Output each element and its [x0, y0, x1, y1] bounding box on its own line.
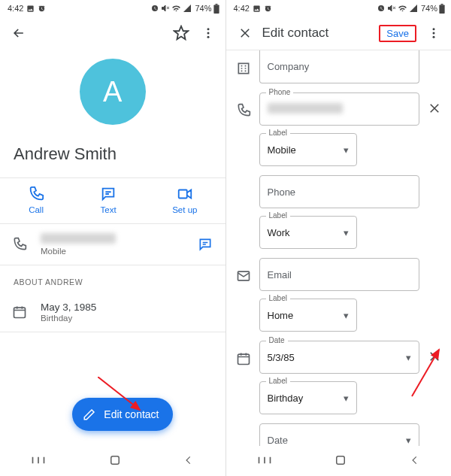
page-title: Edit contact: [262, 26, 372, 41]
save-button[interactable]: Save: [379, 25, 416, 42]
date-input-2[interactable]: Date ▾: [259, 423, 420, 446]
status-bar: 4:42 74%: [226, 0, 452, 17]
email-input[interactable]: Email: [259, 258, 420, 291]
date-label-dropdown-1[interactable]: Label Birthday ▾: [259, 381, 357, 414]
avatar-letter: A: [103, 76, 122, 108]
phone-input-1[interactable]: Phone: [259, 92, 420, 126]
chevron-left-icon: [183, 454, 194, 466]
avatar-section: A: [0, 50, 226, 137]
svg-rect-10: [441, 4, 443, 5]
chevron-down-icon: ▾: [344, 144, 349, 156]
more-button[interactable]: [198, 23, 218, 43]
svg-point-11: [433, 28, 435, 30]
message-icon: [198, 237, 213, 252]
phone-input-2[interactable]: Phone: [259, 175, 420, 208]
more-vert-icon: [201, 26, 215, 40]
chevron-down-icon: ▾: [344, 310, 349, 321]
date-float: Date: [266, 336, 288, 344]
svg-point-13: [433, 36, 435, 38]
svg-rect-8: [111, 456, 120, 464]
text-shortcut[interactable]: [195, 237, 215, 252]
contact-topbar: [0, 17, 226, 50]
date-placeholder-2: Date: [268, 435, 288, 446]
battery-icon: [439, 4, 445, 14]
birthday-date: May 3, 1985: [41, 302, 215, 313]
back-button-nav[interactable]: [410, 454, 420, 468]
birthday-row[interactable]: May 3, 1985 Birthday: [0, 293, 226, 332]
label-float: Label: [266, 294, 290, 302]
more-button[interactable]: [424, 23, 443, 43]
company-input[interactable]: Company: [259, 50, 420, 83]
remove-phone-1[interactable]: [425, 92, 443, 115]
label-float: Label: [266, 211, 290, 220]
close-button[interactable]: [235, 23, 255, 43]
chevron-left-icon: [410, 454, 420, 466]
wifi-icon: [171, 4, 181, 14]
message-icon: [100, 186, 117, 202]
star-icon: [173, 25, 189, 41]
email-placeholder: Email: [268, 269, 292, 280]
svg-rect-0: [213, 5, 219, 14]
image-icon: [26, 5, 35, 13]
svg-point-12: [433, 32, 435, 35]
chevron-down-icon: ▾: [344, 227, 349, 238]
call-action[interactable]: Call: [28, 186, 44, 214]
email-label-dropdown[interactable]: Label Home ▾: [259, 299, 357, 332]
home-button[interactable]: [108, 453, 122, 469]
close-icon: [428, 350, 441, 363]
favorite-button[interactable]: [171, 23, 191, 43]
call-label: Call: [29, 205, 44, 214]
phone-icon: [12, 237, 27, 252]
phone-label-value-2: Work: [268, 227, 290, 238]
close-icon: [238, 26, 252, 40]
phone-placeholder-2: Phone: [268, 186, 296, 198]
alarm-icon: [150, 4, 159, 13]
phone-value: [41, 233, 183, 246]
chevron-down-icon: ▾: [344, 393, 349, 404]
edit-topbar: Edit contact Save: [226, 17, 452, 50]
phone-icon: [236, 103, 251, 118]
contact-name: Andrew Smith: [0, 137, 226, 177]
date-input-1[interactable]: Date 5/3/85 ▾: [259, 341, 420, 374]
svg-rect-18: [337, 456, 345, 464]
pencil-icon: [83, 408, 96, 421]
back-button-nav[interactable]: [183, 454, 194, 468]
svg-rect-5: [179, 190, 187, 199]
avatar[interactable]: A: [80, 59, 146, 125]
remove-date-1[interactable]: [425, 341, 443, 363]
phone-value-1: [268, 103, 343, 116]
recents-button[interactable]: [257, 455, 272, 468]
email-icon: [236, 268, 251, 283]
label-float: Label: [266, 129, 290, 137]
phone-label-dropdown-1[interactable]: Label Mobile ▾: [259, 133, 357, 166]
svg-rect-14: [238, 63, 248, 73]
home-button[interactable]: [334, 453, 347, 469]
wifi-icon: [398, 4, 407, 14]
status-battery: 74%: [195, 4, 211, 13]
edit-contact-fab[interactable]: Edit contact: [72, 398, 172, 431]
phone-label-dropdown-2[interactable]: Label Work ▾: [259, 216, 357, 249]
action-bar: Call Text Set up: [0, 178, 226, 223]
battery-icon: [213, 4, 219, 14]
more-vert-icon: [427, 26, 440, 40]
status-battery: 74%: [421, 4, 437, 13]
back-button[interactable]: [9, 23, 29, 43]
phone-row[interactable]: Mobile: [0, 224, 226, 265]
calendar-icon: [12, 305, 27, 320]
svg-rect-6: [14, 308, 26, 317]
svg-point-3: [207, 32, 209, 35]
birthday-label: Birthday: [41, 314, 215, 323]
date-value-1: 5/3/85: [268, 352, 295, 363]
setup-action[interactable]: Set up: [172, 186, 197, 214]
text-action[interactable]: Text: [100, 186, 117, 214]
recents-button[interactable]: [31, 455, 46, 468]
alarm-icon: [264, 5, 272, 13]
chevron-down-icon: ▾: [406, 352, 411, 363]
phone-label-value-1: Mobile: [268, 144, 296, 156]
recents-icon: [257, 455, 272, 465]
close-icon: [428, 102, 441, 115]
status-time: 4:42: [8, 4, 23, 13]
svg-rect-16: [238, 354, 249, 364]
edit-form: Company Phone Label Mobile ▾: [226, 50, 452, 446]
company-icon: [236, 61, 251, 76]
